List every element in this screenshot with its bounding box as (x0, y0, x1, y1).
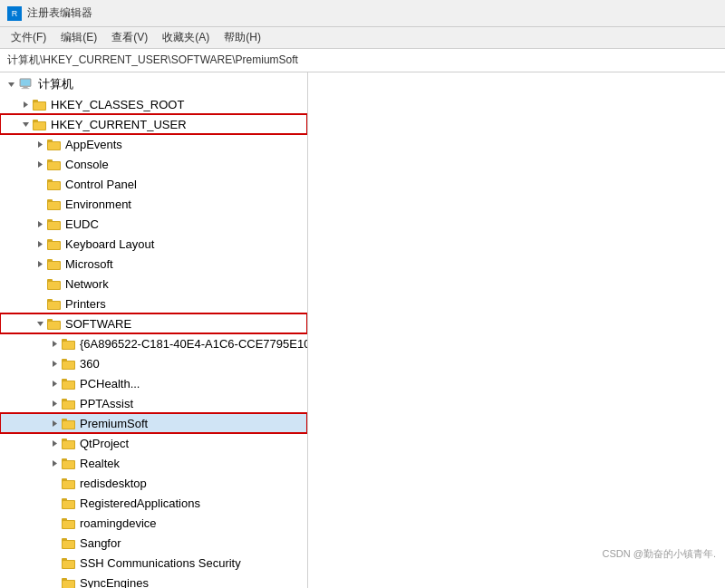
tree-item-hkcr[interactable]: HKEY_CLASSES_ROOT (0, 94, 307, 114)
expander-software[interactable] (33, 316, 47, 331)
svg-rect-44 (48, 302, 60, 309)
menu-edit[interactable]: 编辑(E) (53, 28, 104, 47)
tree-item-eudc[interactable]: EUDC (0, 214, 307, 234)
tree-item-redisdesktop[interactable]: redisdesktop (0, 473, 307, 493)
label-keyboardlayout: Keyboard Layout (65, 237, 154, 251)
folder-icon-controlpanel (47, 178, 62, 190)
expander-qtproject[interactable] (47, 436, 62, 450)
label-syncengines: SyncEngines (80, 576, 149, 589)
folder-icon-hkcu (33, 118, 47, 130)
svg-rect-23 (48, 182, 60, 189)
expander-microsoft[interactable] (33, 256, 47, 271)
tree-item-microsoft[interactable]: Microsoft (0, 254, 307, 274)
svg-rect-3 (23, 87, 27, 89)
tree-item-guid[interactable]: {6A896522-C181-40E4-A1C6-CCE7795E10D3} (0, 333, 307, 353)
tree-item-syncengines[interactable]: SyncEngines (0, 573, 307, 588)
address-bar: 计算机\HKEY_CURRENT_USER\SOFTWARE\PremiumSo… (0, 49, 725, 72)
folder-icon-ssh (62, 556, 76, 569)
tree-item-premiumsoft[interactable]: PremiumSoft (0, 413, 307, 433)
label-registeredapps: RegisteredApplications (80, 496, 200, 510)
tree-item-hkcu[interactable]: HKEY_CURRENT_USER (0, 114, 307, 134)
tree-item-controlpanel[interactable]: Control Panel (0, 174, 307, 194)
tree-item-pptassist[interactable]: PPTAssist (0, 393, 307, 413)
svg-marker-53 (53, 361, 57, 367)
menu-help[interactable]: 帮助(H) (217, 28, 268, 47)
expander-realtek[interactable] (47, 456, 62, 470)
tree-item-qtproject[interactable]: QtProject (0, 433, 307, 453)
expander-hkcr[interactable] (18, 97, 33, 111)
tree-item-sangfor[interactable]: Sangfor (0, 533, 307, 553)
svg-marker-0 (8, 82, 14, 87)
folder-icon-360 (62, 357, 76, 370)
tree-item-software[interactable]: SOFTWARE (0, 313, 307, 333)
svg-marker-35 (38, 261, 43, 267)
expander-premiumsoft[interactable] (47, 416, 62, 430)
label-printers: Printers (65, 297, 106, 311)
menu-view[interactable]: 查看(V) (104, 28, 155, 47)
tree-item-computer[interactable]: 计算机 (0, 74, 307, 94)
tree-item-registeredapps[interactable]: RegisteredApplications (0, 493, 307, 513)
address-text: 计算机\HKEY_CURRENT_USER\SOFTWARE\PremiumSo… (7, 53, 298, 68)
label-computer: 计算机 (38, 76, 73, 92)
expander-eudc[interactable] (33, 217, 47, 231)
label-hkcr: HKEY_CLASSES_ROOT (51, 98, 184, 111)
svg-marker-45 (37, 322, 44, 326)
folder-icon-appevents (47, 138, 62, 150)
svg-rect-16 (48, 142, 60, 149)
svg-marker-17 (38, 161, 43, 168)
expander-console[interactable] (33, 157, 47, 171)
svg-rect-12 (34, 122, 45, 130)
watermark: CSDN @勤奋的小镇青年. (603, 547, 716, 561)
label-appevents: AppEvents (65, 138, 122, 151)
svg-rect-56 (63, 361, 74, 369)
svg-marker-61 (53, 400, 57, 407)
label-software: SOFTWARE (65, 317, 131, 331)
folder-icon-printers (47, 297, 62, 310)
folder-icon-microsoft (47, 257, 62, 270)
label-360: 360 (80, 357, 100, 371)
folder-icon-hkcr (33, 98, 47, 111)
label-roamingdevice: roamingdevice (80, 516, 157, 530)
tree-panel[interactable]: 计算机 HKEY_CLASSES_ROOT HKEY_CURRENT_USER … (0, 72, 308, 588)
label-microsoft: Microsoft (65, 257, 113, 271)
folder-icon-keyboardlayout (47, 237, 62, 250)
tree-item-appevents[interactable]: AppEvents (0, 134, 307, 154)
tree-item-pchealth[interactable]: PCHealth... (0, 373, 307, 393)
expander-appevents[interactable] (33, 137, 47, 151)
expander-hkcu[interactable] (18, 117, 33, 131)
tree-item-roamingdevice[interactable]: roamingdevice (0, 513, 307, 533)
svg-rect-41 (48, 282, 60, 289)
tree-item-realtek[interactable]: Realtek (0, 453, 307, 473)
right-panel (308, 72, 725, 588)
expander-360[interactable] (47, 356, 62, 371)
label-qtproject: QtProject (80, 437, 129, 450)
svg-rect-68 (63, 421, 74, 429)
menu-favorites[interactable]: 收藏夹(A) (155, 28, 217, 47)
tree-item-environment[interactable]: Environment (0, 194, 307, 214)
svg-rect-91 (63, 561, 74, 568)
tree-item-ssh[interactable]: SSH Communications Security (0, 553, 307, 573)
svg-rect-38 (48, 262, 60, 269)
expander-guid[interactable] (47, 336, 62, 351)
folder-icon-syncengines (62, 576, 76, 588)
label-redisdesktop: redisdesktop (80, 477, 147, 490)
svg-rect-26 (48, 202, 60, 209)
svg-rect-20 (48, 162, 60, 169)
folder-icon-environment (47, 198, 62, 210)
expander-pchealth[interactable] (47, 376, 62, 390)
label-pchealth: PCHealth... (80, 377, 140, 390)
svg-rect-4 (22, 88, 30, 89)
menu-file[interactable]: 文件(F) (4, 28, 53, 47)
expander-pptassist[interactable] (47, 396, 62, 410)
expander-keyboardlayout[interactable] (33, 236, 47, 251)
tree-item-printers[interactable]: Printers (0, 294, 307, 313)
svg-marker-49 (53, 341, 57, 347)
svg-marker-5 (24, 101, 28, 108)
expander-computer[interactable] (4, 77, 18, 92)
tree-item-network[interactable]: Network (0, 274, 307, 294)
tree-item-keyboardlayout[interactable]: Keyboard Layout (0, 234, 307, 254)
svg-marker-69 (53, 440, 57, 447)
folder-icon-guid (62, 337, 76, 350)
tree-item-360[interactable]: 360 (0, 353, 307, 373)
tree-item-console[interactable]: Console (0, 154, 307, 174)
